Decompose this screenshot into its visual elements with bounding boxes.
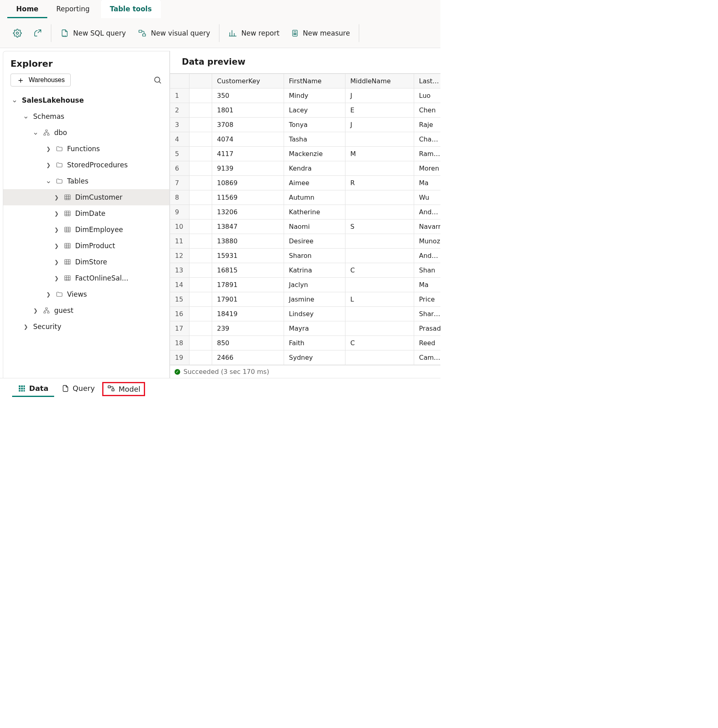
row-number-cell: 9 (170, 205, 190, 219)
row-number-cell: 12 (170, 249, 190, 263)
tree-node-table[interactable]: DimCustomer (3, 189, 169, 205)
tree-node-table[interactable]: DimProduct (3, 238, 169, 254)
gap-cell (190, 89, 212, 103)
table-row[interactable]: 1417891JaclynMa (170, 278, 441, 292)
tree-node-table[interactable]: DimEmployee (3, 222, 169, 238)
svg-point-6 (295, 33, 295, 33)
cell-firstname: Jaclyn (284, 278, 345, 292)
svg-rect-32 (23, 390, 25, 391)
cell-lastname: Prasad (414, 321, 441, 336)
cell-firstname: Tasha (284, 132, 345, 147)
table-row[interactable]: 192466SydneyCampb (170, 350, 441, 365)
table-row[interactable]: 1316815KatrinaCShan (170, 263, 441, 278)
row-number-cell: 2 (170, 103, 190, 118)
status-text: Succeeded (3 sec 170 ms) (183, 368, 269, 376)
table-row[interactable]: 1013847NaomiSNavarr (170, 219, 441, 234)
table-row[interactable]: 44074TashaChande (170, 132, 441, 147)
schema-icon (43, 129, 50, 136)
tree-node-dbo[interactable]: dbo (3, 124, 169, 141)
tab-home[interactable]: Home (7, 0, 47, 18)
tab-reporting[interactable]: Reporting (47, 0, 99, 18)
svg-rect-3 (143, 34, 145, 36)
column-header[interactable]: FirstName (284, 74, 345, 89)
table-row[interactable]: 18850FaithCReed (170, 336, 441, 350)
tree-node-table[interactable]: DimStore (3, 254, 169, 270)
table-row[interactable]: 811569AutumnWu (170, 190, 441, 205)
cell-customerkey: 850 (212, 336, 284, 350)
cell-firstname: Mindy (284, 89, 345, 103)
cell-middlename: C (345, 263, 414, 278)
tree-label: Views (67, 290, 87, 298)
table-row[interactable]: 69139KendraMoren (170, 161, 441, 176)
svg-point-11 (155, 77, 160, 82)
view-tab-data[interactable]: Data (12, 381, 54, 397)
tree-node-storedprocedures[interactable]: StoredProcedures (3, 157, 169, 173)
cell-customerkey: 10869 (212, 176, 284, 190)
column-header[interactable]: LastNa (414, 74, 441, 89)
new-report-button[interactable]: New report (223, 26, 285, 40)
view-tab-query[interactable]: Query (56, 381, 101, 397)
table-row[interactable]: 1215931SharonAnders (170, 249, 441, 263)
table-row[interactable]: 913206KatherineAnders (170, 205, 441, 219)
cell-customerkey: 239 (212, 321, 284, 336)
table-row[interactable]: 1618419LindseySharma (170, 307, 441, 321)
cell-lastname: Reed (414, 336, 441, 350)
table-row[interactable]: 54117MackenzieMRamire (170, 147, 441, 161)
cell-middlename (345, 132, 414, 147)
tree-node-saleslakehouse[interactable]: SalesLakehouse (3, 92, 169, 108)
settings-button[interactable] (7, 26, 27, 40)
tree-node-table[interactable]: FactOnlineSal... (3, 270, 169, 286)
svg-rect-19 (65, 260, 70, 264)
column-header[interactable]: MiddleName (345, 74, 414, 89)
refresh-button[interactable] (27, 26, 48, 40)
tree-node-tables[interactable]: Tables (3, 173, 169, 189)
warehouses-label: Warehouses (29, 76, 65, 84)
cell-firstname: Aimee (284, 176, 345, 190)
tree-node-table[interactable]: DimDate (3, 205, 169, 222)
view-tab-model[interactable]: Model (102, 382, 145, 396)
svg-point-8 (293, 34, 294, 35)
tree-node-schemas[interactable]: Schemas (3, 108, 169, 124)
svg-rect-20 (65, 276, 70, 281)
svg-rect-16 (65, 211, 70, 216)
warehouses-button[interactable]: ＋ Warehouses (11, 74, 71, 87)
data-preview-title: Data preview (170, 55, 440, 73)
tree-node-functions[interactable]: Functions (3, 141, 169, 157)
gap-cell (190, 292, 212, 307)
svg-rect-15 (65, 195, 70, 200)
cell-lastname: Raje (414, 118, 441, 132)
cell-firstname: Kendra (284, 161, 345, 176)
new-visual-query-button[interactable]: New visual query (132, 26, 216, 40)
new-measure-button[interactable]: New measure (285, 26, 356, 40)
success-icon (175, 369, 180, 375)
chevron-right-icon (53, 227, 60, 233)
new-sql-query-button[interactable]: SQL New SQL query (55, 26, 132, 40)
svg-rect-24 (19, 385, 21, 387)
table-row[interactable]: 33708TonyaJRaje (170, 118, 441, 132)
table-row[interactable]: 17239MayraPrasad (170, 321, 441, 336)
table-row[interactable]: 1350MindyJLuo (170, 89, 441, 103)
tree-node-views[interactable]: Views (3, 286, 169, 302)
tree-label: SalesLakehouse (22, 96, 84, 104)
cell-middlename (345, 205, 414, 219)
table-row[interactable]: 21801LaceyEChen (170, 103, 441, 118)
cell-lastname: Anders (414, 205, 441, 219)
row-number-cell: 16 (170, 307, 190, 321)
chevron-right-icon (45, 291, 52, 298)
column-header[interactable]: CustomerKey (212, 74, 284, 89)
cell-lastname: Anders (414, 249, 441, 263)
chevron-down-icon (11, 97, 18, 103)
data-preview-grid[interactable]: CustomerKey FirstName MiddleName LastNa … (170, 73, 440, 365)
tree-node-security[interactable]: Security (3, 319, 169, 335)
table-row[interactable]: 1517901JasmineLPrice (170, 292, 441, 307)
table-row[interactable]: 1113880DesireeMunoz (170, 234, 441, 249)
explorer-tree: SalesLakehouse Schemas dbo Functions (3, 91, 169, 337)
tab-table-tools[interactable]: Table tools (101, 0, 161, 18)
tree-node-guest[interactable]: guest (3, 302, 169, 319)
cell-middlename (345, 161, 414, 176)
explorer-title: Explorer (3, 56, 169, 74)
search-button[interactable] (153, 76, 162, 84)
row-number-cell: 4 (170, 132, 190, 147)
svg-rect-30 (19, 390, 21, 391)
table-row[interactable]: 710869AimeeRMa (170, 176, 441, 190)
